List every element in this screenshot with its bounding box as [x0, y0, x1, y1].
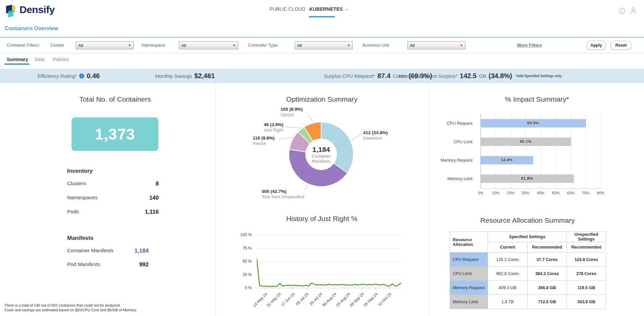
y-tick-label: 75 % [232, 246, 252, 251]
active-tab-underline [4, 63, 30, 65]
page-title: Containers Overview [5, 25, 58, 32]
manifests-heading: Manifests [67, 235, 93, 242]
donut-label-just-right: 46 (3.9%) Just Right [264, 122, 284, 133]
user-icon[interactable] [630, 7, 637, 16]
container-manifests-label: Container Manifests [67, 248, 113, 254]
total-containers-title: Total No. of Containers [14, 95, 216, 103]
apply-button[interactable]: Apply [586, 41, 606, 50]
gridline [601, 114, 601, 189]
footnote-analyzed: There is a total of 140 out of 952 conta… [4, 303, 121, 308]
y-tick-label: 50 % [232, 259, 252, 264]
active-nav-underline [309, 16, 335, 17]
table-cell: 409.3 GB [488, 281, 528, 295]
inventory-row-namespaces: Namespaces 140 [67, 195, 159, 201]
select-caret-icon: ▼ [233, 44, 236, 47]
resize-label: Resize [253, 141, 275, 146]
select-caret-icon: ▼ [128, 44, 131, 47]
container-filters-label: Container Filters: [7, 43, 40, 48]
help-icon[interactable]: ? [618, 7, 626, 16]
kpi-monthly-savings: Monthly Savings $2,461 [155, 69, 215, 83]
monthly-savings-label: Monthly Savings [155, 73, 192, 79]
bar-category-label: CPU Request [447, 121, 473, 126]
size-from-unspecified-value: 505 (42.7%) [262, 189, 304, 194]
unspecified-settings-header: Unspecified Settings [567, 232, 606, 242]
reset-button[interactable]: Reset [610, 41, 632, 50]
donut-callout-lines [215, 83, 429, 251]
namespace-filter-label: Namespace [142, 43, 165, 48]
bar-category-label: Memory Limit [447, 176, 473, 181]
x-tick-label: 03-Jul-24 [283, 292, 309, 316]
table-cell: 962.8 Cores [488, 267, 528, 281]
namespace-filter-select[interactable]: All ▼ [179, 41, 238, 49]
table-cell: 278 Cores [567, 267, 606, 281]
svg-text:?: ? [621, 9, 623, 13]
donut-label-upsize: 105 (8.9%) Upsize [281, 107, 303, 117]
donut-label-downsize: 412 (34.8%) Downsize [363, 130, 388, 141]
cluster-filter-select[interactable]: All ▼ [76, 41, 134, 49]
resource-allocation-table: Resource Allocation Specified Settings U… [450, 231, 606, 309]
business-unit-filter-label: Business Unit [362, 43, 389, 48]
tab-summary[interactable]: Summary [7, 57, 28, 62]
bar-value-label: 61.8% [517, 176, 537, 181]
clusters-value: 8 [156, 180, 159, 187]
x-tick-label: 20% [504, 191, 517, 195]
downsize-label: Downsize [363, 136, 388, 141]
densify-logo[interactable]: Densify [5, 4, 55, 19]
table-cell: 384.3 Cores [528, 267, 567, 281]
history-x-axis: 14-May-2431-May-2417-Jun-2403-Jul-2420-J… [257, 291, 401, 315]
row-label-cpu-request: CPU Request [450, 253, 488, 267]
table-cell: 124.8 Cores [567, 253, 606, 267]
bar-category-label: CPU Limit [454, 140, 473, 144]
specified-settings-note: *with Specified Settings only [516, 74, 562, 78]
row-label-cpu-limit: CPU Limit [450, 267, 488, 281]
tab-data[interactable]: Data [35, 57, 45, 62]
memory-surplus-unit: GB [479, 73, 486, 79]
table-cell: 266.8 GB [528, 281, 567, 295]
x-tick-label: 60% [564, 191, 578, 195]
manifests-row-pod: Pod Manifests 992 [67, 261, 149, 268]
kpi-memory-surplus: Memory Request Surplus* 142.5 GB (34.8%)… [399, 69, 562, 83]
history-just-right-title: History of Just Right % [221, 215, 423, 223]
more-filters-link[interactable]: More Filters [517, 43, 542, 48]
densify-logo-mark-icon [5, 4, 18, 19]
specified-settings-header: Specified Settings [488, 232, 567, 242]
business-unit-filter-select[interactable]: All ▼ [407, 41, 465, 49]
container-manifests-value[interactable]: 1,184 [134, 248, 149, 254]
x-tick-label: 80% [594, 191, 607, 195]
bar-value-label: 60.1% [516, 139, 536, 144]
recommended-unspecified-header: Recommended [567, 242, 606, 253]
clusters-label: Clusters [67, 180, 86, 187]
manifests-row-container: Container Manifests 1,184 [67, 248, 149, 254]
history-line-chart [257, 235, 401, 292]
info-icon[interactable]: i [79, 73, 84, 78]
upsize-value: 105 (8.9%) [281, 107, 303, 112]
pod-manifests-label: Pod Manifests [67, 261, 100, 268]
kpi-efficiency-rating: Efficiency Rating* i 0.46 [38, 69, 100, 83]
nav-kubernetes[interactable]: KUBERNETES [309, 6, 348, 12]
donut-label-size-from-unspecified: 505 (42.7%) Size from Unspecified [262, 189, 304, 199]
table-row: Memory Request409.3 GB266.8 GB119.5 GB [450, 281, 606, 295]
downsize-value: 412 (34.8%) [363, 130, 388, 135]
total-containers-value: 1,373 [95, 125, 135, 143]
tab-policies[interactable]: Policies [53, 57, 69, 62]
nav-public-cloud[interactable]: PUBLIC CLOUD [269, 6, 311, 12]
table-row: CPU Request125.2 Cores37.7 Cores124.8 Co… [450, 253, 606, 267]
x-tick-label: 70% [579, 191, 592, 195]
select-caret-icon: ▼ [460, 44, 463, 47]
densify-dashboard: Densify PUBLIC CLOUD KUBERNETES ? Contai… [0, 0, 644, 316]
controller-type-filter-select[interactable]: All ▼ [295, 41, 353, 49]
cluster-filter-value: All [78, 43, 83, 48]
nav-kubernetes-label: KUBERNETES [309, 6, 343, 12]
memory-surplus-value: 142.5 [460, 72, 477, 80]
brand-name: Densify [19, 4, 55, 15]
resize-value: 116 (9.8%) [253, 136, 275, 141]
controller-type-filter-label: Controller Type [248, 43, 278, 48]
select-caret-icon: ▼ [347, 44, 350, 47]
table-cell: 1.8 TB [488, 295, 528, 309]
nav-public-cloud-label: PUBLIC CLOUD [269, 6, 305, 12]
resource-allocation-title: Resource Allocation Summary [433, 216, 622, 224]
size-from-unspecified-label: Size from Unspecified [262, 194, 304, 199]
impact-bar-chart: 69.9%60.1%34.8%61.8% [481, 114, 601, 189]
x-tick-label: 50% [549, 191, 562, 195]
current-header: Current [488, 242, 528, 253]
